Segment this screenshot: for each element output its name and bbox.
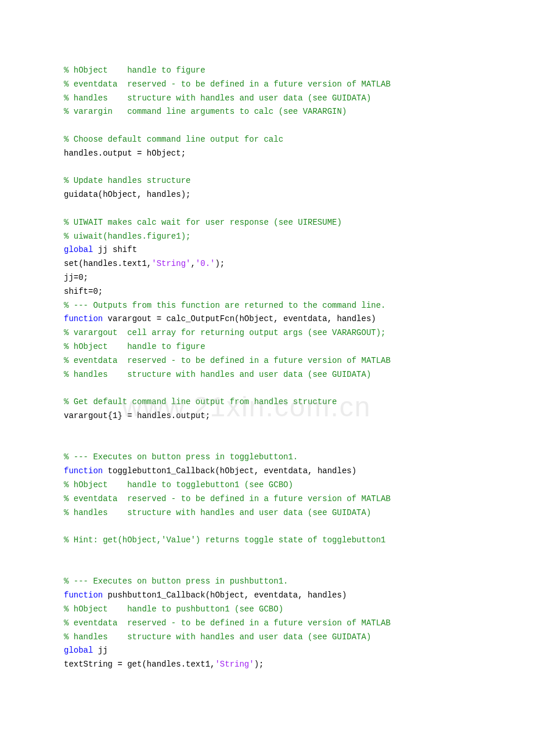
code-line: % varargin command line arguments to cal…: [64, 105, 476, 119]
code-line: % handles structure with handles and use…: [64, 631, 476, 645]
code-line: % Get default command line output from h…: [64, 395, 476, 409]
code-line: % --- Executes on button press in pushbu…: [64, 575, 476, 589]
code-line: [64, 548, 476, 561]
code-line: % handles structure with handles and use…: [64, 506, 476, 520]
code-segment: % hObject handle to togglebutton1 (see G…: [64, 480, 293, 489]
code-line: [64, 423, 476, 437]
code-line: [64, 381, 476, 395]
code-line: % eventdata reserved - to be defined in …: [64, 617, 476, 631]
code-line: global jj: [64, 644, 476, 658]
code-segment: % eventdata reserved - to be defined in …: [64, 356, 391, 365]
code-line: % eventdata reserved - to be defined in …: [64, 492, 476, 506]
code-line: % --- Outputs from this function are ret…: [64, 299, 476, 313]
code-segment: % uiwait(handles.figure1);: [64, 232, 190, 241]
code-line: function pushbutton1_Callback(hObject, e…: [64, 589, 476, 603]
code-line: % Choose default command line output for…: [64, 133, 476, 147]
code-segment: togglebutton1_Callback(hObject, eventdat…: [103, 466, 356, 476]
code-segment: % --- Executes on button press in toggle…: [64, 452, 298, 462]
code-segment: pushbutton1_Callback(hObject, eventdata,…: [103, 591, 347, 600]
code-line: [64, 161, 476, 175]
code-line: % --- Executes on button press in toggle…: [64, 451, 476, 465]
code-segment: jj=0;: [64, 273, 88, 282]
code-segment: varargout{1} = handles.output;: [64, 411, 210, 420]
code-line: % varargout cell array for returning out…: [64, 326, 476, 340]
code-segment: shift=0;: [64, 287, 103, 296]
code-segment: % handles structure with handles and use…: [64, 632, 371, 642]
code-line: set(handles.text1,'String','0.');: [64, 257, 476, 271]
code-segment: % eventdata reserved - to be defined in …: [64, 618, 391, 628]
code-line: % hObject handle to togglebutton1 (see G…: [64, 478, 476, 492]
code-segment: ,: [190, 259, 195, 268]
code-line: [64, 561, 476, 575]
code-segment: % Choose default command line output for…: [64, 135, 283, 144]
code-line: function togglebutton1_Callback(hObject,…: [64, 465, 476, 478]
code-line: % handles structure with handles and use…: [64, 368, 476, 382]
code-segment: % UIWAIT makes calc wait for user respon…: [64, 218, 342, 227]
code-segment: % --- Executes on button press in pushbu…: [64, 577, 288, 586]
code-segment: % hObject handle to figure: [64, 66, 205, 75]
code-segment: guidata(hObject, handles);: [64, 190, 190, 199]
code-line: textString = get(handles.text1,'String')…: [64, 658, 476, 672]
code-line: % UIWAIT makes calc wait for user respon…: [64, 216, 476, 230]
code-line: % uiwait(handles.figure1);: [64, 230, 476, 244]
code-segment: set(handles.text1,: [64, 259, 151, 268]
code-line: shift=0;: [64, 285, 476, 299]
code-segment: % --- Outputs from this function are ret…: [64, 301, 386, 310]
code-line: % handles structure with handles and use…: [64, 92, 476, 106]
code-line: varargout{1} = handles.output;: [64, 409, 476, 423]
code-line: [64, 119, 476, 133]
code-line: % Update handles structure: [64, 174, 476, 188]
code-segment: 'String': [215, 660, 254, 669]
code-segment: % Hint: get(hObject,'Value') returns tog…: [64, 535, 386, 545]
code-line: % eventdata reserved - to be defined in …: [64, 78, 476, 92]
code-segment: 'String': [151, 259, 190, 268]
code-line: guidata(hObject, handles);: [64, 188, 476, 202]
code-segment: varargout = calc_OutputFcn(hObject, even…: [103, 314, 381, 323]
code-line: % eventdata reserved - to be defined in …: [64, 354, 476, 368]
code-segment: % handles structure with handles and use…: [64, 93, 371, 103]
code-segment: jj: [93, 646, 107, 655]
code-segment: );: [254, 660, 264, 669]
code-segment: '0.': [196, 259, 215, 268]
code-line: handles.output = hObject;: [64, 147, 476, 161]
code-block: % hObject handle to figure% eventdata re…: [64, 64, 476, 672]
code-line: [64, 437, 476, 451]
code-segment: function: [64, 591, 103, 600]
code-segment: );: [215, 259, 225, 268]
code-segment: % hObject handle to figure: [64, 342, 205, 351]
code-segment: global: [64, 646, 93, 655]
code-line: [64, 202, 476, 216]
code-segment: % eventdata reserved - to be defined in …: [64, 494, 391, 503]
code-line: % hObject handle to figure: [64, 64, 476, 78]
code-segment: function: [64, 314, 103, 323]
document-page: www.21xin.com.cn % hObject handle to fig…: [0, 0, 534, 756]
code-segment: % handles structure with handles and use…: [64, 508, 371, 517]
code-segment: global: [64, 245, 93, 254]
code-segment: jj shift: [93, 245, 137, 254]
code-segment: % varargout cell array for returning out…: [64, 328, 386, 337]
code-line: [64, 520, 476, 534]
code-segment: handles.output = hObject;: [64, 149, 186, 158]
code-line: global jj shift: [64, 243, 476, 257]
code-segment: % hObject handle to pushbutton1 (see GCB…: [64, 604, 283, 614]
code-line: function varargout = calc_OutputFcn(hObj…: [64, 312, 476, 326]
code-line: % Hint: get(hObject,'Value') returns tog…: [64, 534, 476, 548]
code-segment: function: [64, 466, 103, 476]
code-segment: % eventdata reserved - to be defined in …: [64, 80, 391, 89]
code-line: % hObject handle to pushbutton1 (see GCB…: [64, 603, 476, 617]
code-segment: % Update handles structure: [64, 176, 190, 185]
code-segment: % handles structure with handles and use…: [64, 370, 371, 379]
code-segment: % Get default command line output from h…: [64, 397, 337, 406]
code-line: % hObject handle to figure: [64, 340, 476, 354]
code-segment: textString = get(handles.text1,: [64, 660, 215, 669]
code-line: jj=0;: [64, 271, 476, 285]
code-segment: % varargin command line arguments to cal…: [64, 107, 347, 116]
